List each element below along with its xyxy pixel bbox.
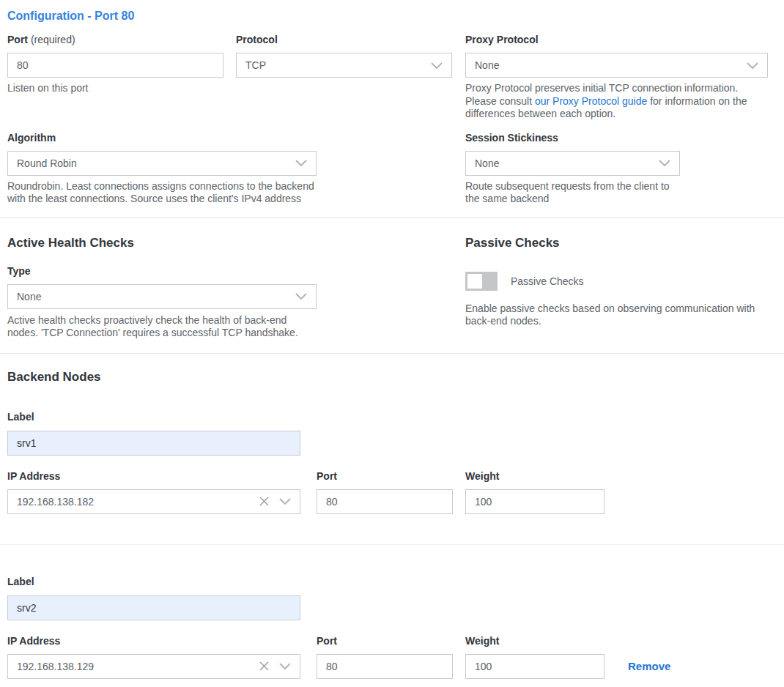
port-label: Port (required) bbox=[7, 34, 223, 45]
active-health-checks-heading: Active Health Checks bbox=[7, 236, 317, 250]
passive-checks-toggle-row: Passive Checks bbox=[465, 272, 768, 291]
proxy-protocol-value: None bbox=[475, 59, 499, 71]
session-stickiness-value: None bbox=[475, 157, 499, 169]
node-label-label: Label bbox=[7, 576, 300, 587]
node-label-label: Label bbox=[7, 412, 300, 422]
configuration-panel: Configuration - Port 80 Port (required) … bbox=[0, 0, 784, 687]
node-label-field: Label bbox=[7, 412, 784, 456]
protocol-label: Protocol bbox=[236, 34, 452, 45]
clear-icon[interactable] bbox=[259, 497, 269, 506]
algorithm-helper: Roundrobin. Least connections assigns co… bbox=[7, 180, 317, 206]
session-stickiness-helper: Route subsequent requests from the clien… bbox=[465, 180, 680, 206]
active-health-checks-helper: Active health checks proactively check t… bbox=[7, 314, 317, 340]
algorithm-label: Algorithm bbox=[7, 133, 317, 143]
proxy-protocol-field: Proxy Protocol None Proxy Protocol prese… bbox=[465, 34, 768, 121]
passive-checks-helper: Enable passive checks based on observing… bbox=[465, 302, 768, 328]
ip-address-value: 192.168.138.182 bbox=[17, 496, 259, 508]
node-label-input[interactable] bbox=[7, 595, 300, 620]
section-divider bbox=[0, 218, 784, 218]
port-input[interactable] bbox=[7, 53, 223, 78]
chevron-down-icon bbox=[295, 160, 307, 166]
node-address-row: IP Address 192.168.138.129 Port bbox=[7, 636, 784, 679]
passive-checks-toggle-label: Passive Checks bbox=[511, 275, 584, 287]
required-note: (required) bbox=[31, 34, 75, 45]
node-divider bbox=[0, 544, 784, 545]
chevron-down-icon bbox=[295, 293, 307, 300]
passive-checks: Passive Checks Passive Checks Enable pas… bbox=[465, 236, 768, 328]
chevron-down-icon[interactable] bbox=[279, 663, 291, 669]
ip-address-label: IP Address bbox=[7, 636, 300, 646]
node-port-input[interactable] bbox=[317, 489, 453, 514]
section-divider bbox=[0, 353, 784, 354]
node-address-row: IP Address 192.168.138.182 Port bbox=[7, 471, 784, 514]
ip-address-label: IP Address bbox=[7, 471, 300, 481]
node-label-input[interactable] bbox=[7, 431, 300, 456]
proxy-protocol-select[interactable]: None bbox=[465, 53, 768, 78]
health-check-type-value: None bbox=[17, 291, 41, 302]
ip-address-combobox[interactable]: 192.168.138.182 bbox=[7, 489, 300, 514]
health-checks-section: Active Health Checks Type None Active he… bbox=[7, 236, 784, 340]
chevron-down-icon bbox=[659, 160, 670, 166]
type-label: Type bbox=[7, 266, 317, 276]
protocol-field: Protocol TCP bbox=[236, 34, 452, 78]
proxy-protocol-label: Proxy Protocol bbox=[465, 34, 768, 45]
remove-node-button[interactable]: Remove bbox=[628, 654, 670, 679]
node-weight-input[interactable] bbox=[465, 654, 604, 679]
port-field: Port (required) Listen on this port bbox=[7, 34, 223, 95]
config-row-2: Algorithm Round Robin Roundrobin. Least … bbox=[7, 133, 784, 206]
passive-checks-toggle[interactable] bbox=[465, 272, 498, 291]
config-row-1: Port (required) Listen on this port Prot… bbox=[7, 34, 784, 121]
ip-address-combobox[interactable]: 192.168.138.129 bbox=[7, 654, 300, 679]
chevron-down-icon bbox=[747, 62, 758, 69]
algorithm-value: Round Robin bbox=[17, 157, 77, 169]
proxy-protocol-guide-link[interactable]: our Proxy Protocol guide bbox=[535, 95, 647, 107]
toggle-knob-icon bbox=[467, 274, 482, 289]
node-label-field: Label bbox=[7, 576, 784, 620]
node-weight-label: Weight bbox=[465, 636, 604, 646]
node-port-input[interactable] bbox=[317, 654, 453, 679]
protocol-value: TCP bbox=[245, 59, 266, 71]
active-health-checks: Active Health Checks Type None Active he… bbox=[7, 236, 317, 340]
ip-address-value: 192.168.138.129 bbox=[17, 661, 259, 672]
node-port-label: Port bbox=[317, 471, 453, 481]
protocol-select[interactable]: TCP bbox=[236, 53, 452, 78]
session-stickiness-select[interactable]: None bbox=[465, 151, 680, 176]
session-stickiness-label: Session Stickiness bbox=[465, 133, 680, 143]
algorithm-field: Algorithm Round Robin Roundrobin. Least … bbox=[7, 133, 317, 206]
health-check-type-select[interactable]: None bbox=[7, 284, 317, 309]
backend-node: Label IP Address 192.168.138.129 bbox=[0, 576, 784, 679]
node-weight-label: Weight bbox=[465, 471, 604, 481]
session-stickiness-field: Session Stickiness None Route subsequent… bbox=[465, 133, 680, 206]
backend-node: Label IP Address 192.168.138.182 bbox=[0, 412, 784, 514]
page-title: Configuration - Port 80 bbox=[7, 9, 784, 23]
clear-icon[interactable] bbox=[259, 661, 269, 671]
backend-nodes-heading: Backend Nodes bbox=[7, 370, 784, 385]
algorithm-select[interactable]: Round Robin bbox=[7, 151, 317, 176]
port-helper: Listen on this port bbox=[7, 82, 223, 95]
node-weight-input[interactable] bbox=[465, 489, 604, 514]
chevron-down-icon[interactable] bbox=[279, 498, 291, 505]
node-port-label: Port bbox=[317, 636, 453, 646]
chevron-down-icon bbox=[431, 62, 443, 69]
proxy-protocol-helper: Proxy Protocol preserves initial TCP con… bbox=[465, 82, 768, 121]
passive-checks-heading: Passive Checks bbox=[465, 236, 768, 250]
